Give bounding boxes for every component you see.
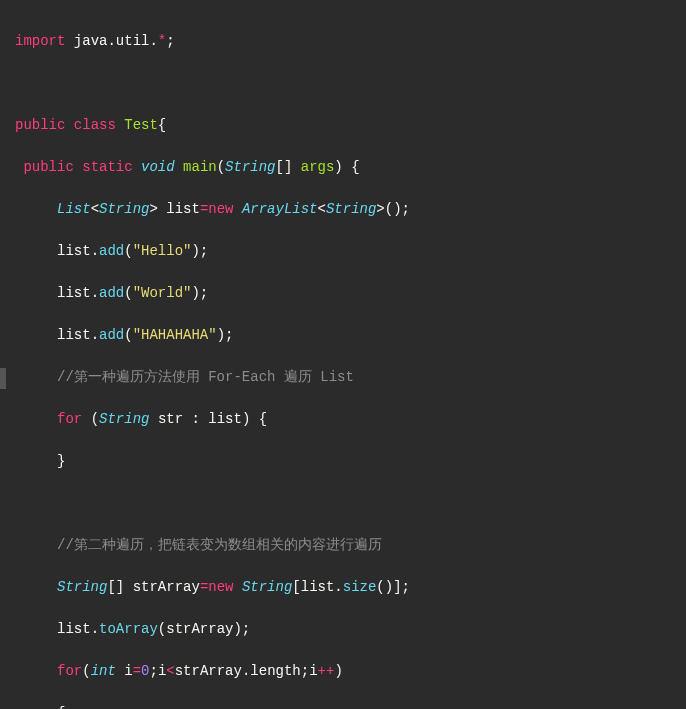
text <box>65 33 73 49</box>
keyword-public: public <box>15 117 65 133</box>
var: list <box>57 243 91 259</box>
method: size <box>343 579 377 595</box>
param-name: args <box>301 159 335 175</box>
code-line[interactable]: import java.util.*; <box>15 31 671 52</box>
method: add <box>99 285 124 301</box>
class-name: Test <box>124 117 158 133</box>
keyword-for: for <box>57 663 82 679</box>
prop: length <box>250 663 300 679</box>
code-line[interactable] <box>15 73 671 94</box>
code-editor[interactable]: import java.util.*; public class Test{ p… <box>0 0 686 709</box>
var: strArray <box>133 579 200 595</box>
method: add <box>99 327 124 343</box>
code-line[interactable]: } <box>15 451 671 472</box>
brackets: [] <box>276 159 301 175</box>
var: list <box>57 327 91 343</box>
code-line[interactable]: //第一种遍历方法使用 For-Each 遍历 List <box>15 367 671 388</box>
generic-type: String <box>326 201 376 217</box>
keyword-static: static <box>82 159 132 175</box>
keyword-new: new <box>208 201 233 217</box>
var: list <box>57 621 91 637</box>
var-name: list <box>166 201 200 217</box>
code-line[interactable]: //第二种遍历，把链表变为数组相关的内容进行遍历 <box>15 535 671 556</box>
cursor-indicator <box>0 368 6 389</box>
type: List <box>57 201 91 217</box>
keyword-import: import <box>15 33 65 49</box>
var: str <box>158 411 183 427</box>
type: String <box>242 579 292 595</box>
paren: ) { <box>334 159 359 175</box>
code-line[interactable]: { <box>15 703 671 709</box>
string-literal: "HAHAHAHA" <box>133 327 217 343</box>
arg: strArray <box>166 621 233 637</box>
package-name: java.util. <box>74 33 158 49</box>
code-line[interactable]: list.add("Hello"); <box>15 241 671 262</box>
var: list <box>57 285 91 301</box>
code-line[interactable] <box>15 493 671 514</box>
brace: { <box>57 705 65 709</box>
var: i <box>124 663 132 679</box>
brace: { <box>158 117 166 133</box>
string-literal: "Hello" <box>133 243 192 259</box>
code-line[interactable]: list.toArray(strArray); <box>15 619 671 640</box>
method-name: main <box>183 159 217 175</box>
comment: //第一种遍历方法使用 For-Each 遍历 List <box>57 369 354 385</box>
var: list <box>301 579 335 595</box>
keyword-public: public <box>23 159 73 175</box>
type: ArrayList <box>242 201 318 217</box>
var: strArray <box>175 663 242 679</box>
keyword-for: for <box>57 411 82 427</box>
generic-type: String <box>99 201 149 217</box>
paren: ( <box>217 159 225 175</box>
type: String <box>57 579 107 595</box>
code-line[interactable]: list.add("HAHAHAHA"); <box>15 325 671 346</box>
string-literal: "World" <box>133 285 192 301</box>
type: String <box>225 159 275 175</box>
keyword-class: class <box>74 117 116 133</box>
code-line[interactable]: public class Test{ <box>15 115 671 136</box>
code-line[interactable]: List<String> list=new ArrayList<String>(… <box>15 199 671 220</box>
semicolon: ; <box>166 33 174 49</box>
comment: //第二种遍历，把链表变为数组相关的内容进行遍历 <box>57 537 382 553</box>
code-line[interactable]: public static void main(String[] args) { <box>15 157 671 178</box>
method: add <box>99 243 124 259</box>
keyword-void: void <box>141 159 175 175</box>
code-line[interactable]: String[] strArray=new String[list.size()… <box>15 577 671 598</box>
brace: } <box>57 453 65 469</box>
code-line[interactable]: for(int i=0;i<strArray.length;i++) <box>15 661 671 682</box>
keyword-new: new <box>208 579 233 595</box>
code-line[interactable]: list.add("World"); <box>15 283 671 304</box>
method: toArray <box>99 621 158 637</box>
type: int <box>91 663 116 679</box>
var: list <box>208 411 242 427</box>
code-line[interactable]: for (String str : list) { <box>15 409 671 430</box>
wildcard: * <box>158 33 166 49</box>
type: String <box>99 411 149 427</box>
